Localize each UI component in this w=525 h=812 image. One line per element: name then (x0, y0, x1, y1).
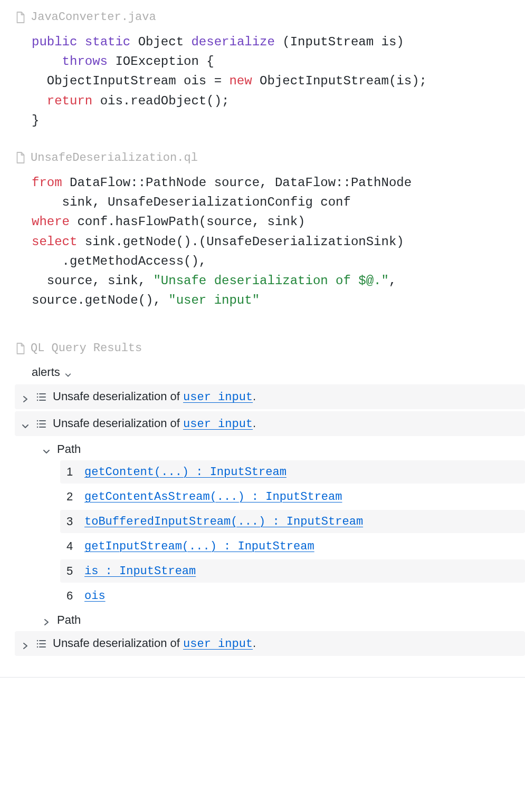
step-number: 3 (66, 515, 75, 528)
file-name: JavaConverter.java (31, 11, 156, 24)
alert-message: Unsafe deserialization of user input. (53, 390, 256, 404)
code-line: where conf.hasFlowPath(source, sink) (32, 212, 493, 231)
file-section: JavaConverter.javapublic static Object d… (0, 0, 525, 141)
path-step[interactable]: 6ois (60, 584, 525, 607)
step-link[interactable]: toBufferedInputStream(...) : InputStream (84, 515, 363, 528)
code-line: source.getNode(), "user input" (32, 291, 493, 310)
step-link[interactable]: getContent(...) : InputStream (84, 466, 287, 479)
alert-link[interactable]: user input (183, 637, 253, 651)
alert-message: Unsafe deserialization of user input. (53, 417, 256, 431)
code-line: ObjectInputStream ois = new ObjectInputS… (32, 71, 493, 91)
path-steps: 1getContent(...) : InputStream2getConten… (0, 460, 525, 607)
file-section: UnsafeDeserialization.qlfrom DataFlow::P… (0, 141, 525, 321)
chev-down-icon (21, 420, 30, 428)
alert-row[interactable]: Unsafe deserialization of user input. (15, 631, 525, 656)
file-icon (16, 152, 25, 163)
step-number: 6 (66, 589, 75, 603)
path-toggle[interactable]: Path (0, 609, 525, 631)
code-line: } (32, 111, 493, 130)
chev-down-icon (42, 445, 51, 453)
step-link[interactable]: is : InputStream (84, 565, 196, 578)
path-step[interactable]: 3toBufferedInputStream(...) : InputStrea… (60, 510, 525, 533)
file-header: JavaConverter.java (16, 0, 509, 30)
alert-link[interactable]: user input (183, 418, 253, 431)
file-name: UnsafeDeserialization.ql (31, 151, 198, 165)
code-line: .getMethodAccess(), (32, 252, 493, 271)
path-step[interactable]: 1getContent(...) : InputStream (60, 460, 525, 484)
step-link[interactable]: ois (84, 589, 106, 603)
chev-right-icon (21, 393, 30, 401)
file-header: UnsafeDeserialization.ql (16, 141, 509, 171)
path-step[interactable]: 2getContentAsStream(...) : InputStream (60, 485, 525, 508)
alert-row[interactable]: Unsafe deserialization of user input. (15, 384, 525, 409)
results-header: QL Query Results (16, 321, 509, 361)
alert-link[interactable]: user input (183, 391, 253, 404)
alert-row[interactable]: Unsafe deserialization of user input. (15, 411, 525, 436)
file-icon (16, 12, 25, 23)
list-icon (36, 639, 46, 649)
step-number: 1 (66, 465, 75, 479)
step-number: 4 (66, 539, 75, 553)
code-line: sink, UnsafeDeserializationConfig conf (32, 192, 493, 212)
code-line: from DataFlow::PathNode source, DataFlow… (32, 173, 493, 192)
list-icon (36, 419, 46, 429)
code-line: source, sink, "Unsafe deserialization of… (32, 271, 493, 291)
path-label: Path (57, 442, 81, 456)
code-block: public static Object deserialize (InputS… (16, 30, 509, 141)
file-icon (16, 343, 25, 354)
results-title: QL Query Results (31, 342, 142, 355)
step-number: 5 (66, 564, 75, 578)
chev-down-icon (64, 368, 73, 376)
code-line: public static Object deserialize (InputS… (32, 32, 493, 52)
alerts-label: alerts (16, 365, 60, 379)
path-step[interactable]: 5is : InputStream (60, 559, 525, 583)
code-line: throws IOException { (32, 52, 493, 71)
chev-right-icon (21, 640, 30, 648)
path-toggle[interactable]: Path (0, 438, 525, 460)
path-label: Path (57, 613, 81, 627)
path-step[interactable]: 4getInputStream(...) : InputStream (60, 535, 525, 558)
code-line: return ois.readObject(); (32, 91, 493, 111)
alert-message: Unsafe deserialization of user input. (53, 636, 256, 651)
chev-right-icon (42, 616, 51, 624)
code-block: from DataFlow::PathNode source, DataFlow… (16, 171, 509, 321)
step-link[interactable]: getContentAsStream(...) : InputStream (84, 490, 342, 504)
code-line: select sink.getNode().(UnsafeDeserializa… (32, 232, 493, 252)
results-section: QL Query Results (0, 321, 525, 361)
step-link[interactable]: getInputStream(...) : InputStream (84, 540, 314, 553)
list-icon (36, 392, 46, 402)
step-number: 2 (66, 490, 75, 504)
alerts-dropdown[interactable]: alerts (0, 361, 525, 384)
